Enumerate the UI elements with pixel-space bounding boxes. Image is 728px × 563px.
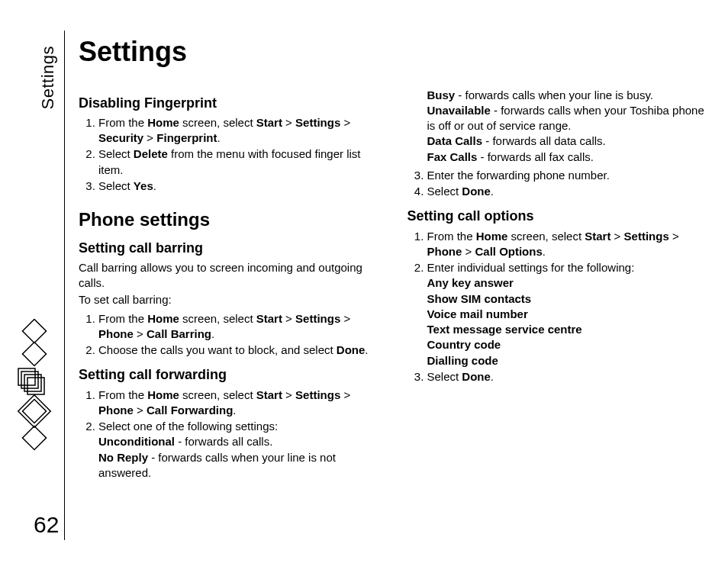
page-title: Settings — [79, 34, 705, 71]
heading-call-forwarding: Setting call forwarding — [79, 365, 377, 384]
paragraph: Call barring allows you to screen incomi… — [79, 260, 377, 291]
chapter-tab: Settings — [37, 0, 60, 46]
heading-disabling-fingerprint: Disabling Fingerprint — [79, 94, 377, 112]
heading-phone-settings: Phone settings — [79, 208, 377, 232]
list-item: Select Yes. — [98, 179, 377, 194]
list-item: Enter individual settings for the follow… — [427, 260, 706, 368]
list-item: From the Home screen, select Start > Set… — [98, 311, 377, 343]
continued-options: Busy - forwards calls when your line is … — [427, 88, 706, 165]
list-item: Select Done. — [427, 184, 706, 199]
list-item: Select Done. — [427, 369, 706, 384]
list-item: Choose the calls you want to block, and … — [98, 343, 377, 358]
page-decoration-icon — [11, 319, 56, 471]
list-call-forwarding: From the Home screen, select Start > Set… — [79, 388, 377, 481]
svg-rect-8 — [22, 426, 46, 449]
list-call-forwarding-cont: Enter the forwarding phone number. Selec… — [407, 168, 706, 200]
chapter-tab-text: Settings — [37, 46, 60, 110]
left-column: Disabling Fingerprint From the Home scre… — [79, 88, 377, 489]
list-item: Enter the forwarding phone number. — [427, 168, 706, 183]
list-item: From the Home screen, select Start > Set… — [98, 388, 377, 419]
list-item: Select Delete from the menu with focused… — [98, 146, 377, 178]
right-column: Busy - forwards calls when your line is … — [407, 88, 706, 489]
list-item: From the Home screen, select Start > Set… — [427, 229, 706, 260]
svg-rect-0 — [22, 319, 46, 343]
svg-rect-1 — [22, 342, 46, 365]
page-content: Settings Disabling Fingerprint From the … — [64, 31, 705, 540]
page-number: 62 — [34, 510, 59, 541]
heading-call-barring: Setting call barring — [79, 239, 377, 257]
list-item: From the Home screen, select Start > Set… — [98, 115, 377, 146]
list-call-barring: From the Home screen, select Start > Set… — [79, 311, 377, 359]
paragraph: To set call barring: — [79, 292, 377, 307]
heading-call-options: Setting call options — [407, 207, 706, 225]
list-item: Select one of the following settings: Un… — [98, 419, 377, 481]
list-disabling-fingerprint: From the Home screen, select Start > Set… — [79, 115, 377, 194]
content-columns: Disabling Fingerprint From the Home scre… — [79, 88, 705, 489]
list-call-options: From the Home screen, select Start > Set… — [407, 229, 706, 385]
